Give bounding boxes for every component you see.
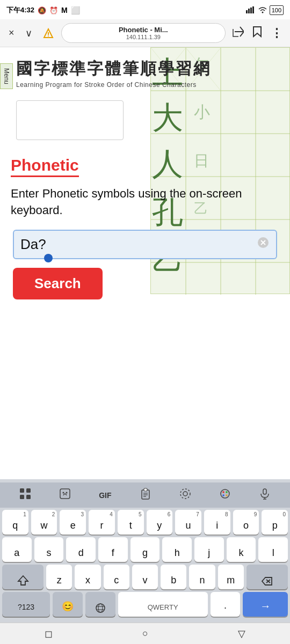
keyboard-gif-button[interactable]: GIF: [95, 489, 115, 502]
key-b[interactable]: b: [161, 565, 186, 589]
svg-rect-1: [248, 9, 250, 13]
svg-point-49: [96, 604, 105, 612]
svg-rect-2: [250, 8, 252, 13]
status-time: 下午4:32 🔕 ⏰ M ⬜: [6, 5, 80, 15]
key-v[interactable]: v: [132, 565, 158, 589]
svg-rect-5: [48, 32, 49, 35]
browser-url-bar[interactable]: Phonetic - Mi... 140.111.1.39: [61, 23, 226, 43]
svg-rect-3: [252, 6, 254, 13]
svg-point-38: [221, 489, 229, 498]
key-r[interactable]: r4: [89, 510, 115, 535]
key-z[interactable]: z: [46, 565, 72, 589]
phonetic-description: Enter Phonetic symbols using the on-scre…: [11, 186, 279, 219]
phonetic-input-field[interactable]: [20, 236, 257, 253]
key-f[interactable]: f: [98, 537, 128, 562]
key-i[interactable]: i8: [204, 510, 230, 535]
svg-point-36: [183, 492, 187, 496]
instagram-icon: ⬜: [71, 6, 80, 14]
keyboard-row-3: z x c v b n m: [0, 565, 290, 589]
key-globe[interactable]: [85, 592, 115, 617]
key-a[interactable]: a: [2, 537, 32, 562]
mail-icon: M: [61, 6, 68, 14]
phonetic-clear-button[interactable]: [257, 236, 270, 252]
key-e[interactable]: e3: [60, 510, 86, 535]
nav-recent-button[interactable]: ▽: [229, 626, 254, 642]
search-button[interactable]: Search: [13, 268, 103, 299]
keyboard-apps-button[interactable]: [15, 486, 35, 504]
key-period[interactable]: .: [211, 592, 241, 617]
keyboard-row-4: ?123 😊 QWERTY . →: [0, 592, 290, 617]
keyboard-clipboard-button[interactable]: [135, 486, 156, 504]
site-title-en: Learning Program for Stroke Order of Chi…: [16, 81, 279, 89]
key-q[interactable]: q1: [2, 510, 28, 535]
browser-page-title: Phonetic - Mi...: [119, 26, 168, 34]
keyboard-mic-button[interactable]: [255, 486, 275, 504]
keyboard-row-1: q1 w2 e3 r4 t5 y6 u7 i8 o9 p0: [0, 510, 290, 535]
bg-char-2: 大: [152, 97, 183, 139]
svg-point-41: [222, 494, 224, 496]
browser-warning-button[interactable]: [40, 26, 57, 41]
key-o[interactable]: o9: [233, 510, 259, 535]
key-j[interactable]: j: [194, 537, 224, 562]
menu-tab[interactable]: Menu: [0, 63, 13, 89]
svg-rect-32: [144, 488, 147, 491]
phonetic-title: Phonetic: [11, 156, 79, 177]
keyboard-palette-button[interactable]: [215, 486, 235, 504]
menu-tab-label: Menu: [3, 68, 10, 84]
battery-icon: 100: [270, 5, 284, 15]
browser-share-button[interactable]: [230, 25, 246, 41]
key-enter[interactable]: →: [243, 592, 288, 617]
keyboard: GIF: [0, 479, 290, 623]
svg-point-30: [66, 492, 68, 494]
keyboard-settings-button[interactable]: [175, 486, 195, 504]
svg-point-37: [180, 489, 190, 499]
browser-forward-button[interactable]: ∨: [22, 25, 35, 41]
browser-action-buttons: ⋮: [230, 25, 285, 41]
key-shift[interactable]: [2, 565, 44, 589]
key-l[interactable]: l: [258, 537, 288, 562]
key-x[interactable]: x: [75, 565, 100, 589]
site-title-zh: 國字標準字體筆順學習網: [16, 58, 279, 80]
browser-bookmark-button[interactable]: [250, 25, 264, 41]
alarm-icon: ⏰: [49, 6, 58, 14]
svg-point-29: [63, 492, 64, 494]
bg-char-small-2: 小: [194, 101, 210, 123]
browser-menu-button[interactable]: ⋮: [269, 25, 285, 41]
nav-home-button[interactable]: ○: [134, 626, 157, 641]
phonetic-section: Phonetic Enter Phonetic symbols using th…: [0, 151, 290, 305]
svg-rect-0: [246, 10, 248, 13]
svg-point-39: [222, 491, 224, 493]
svg-point-42: [226, 494, 228, 496]
svg-marker-46: [18, 576, 28, 585]
key-emoji[interactable]: 😊: [53, 592, 83, 617]
keyboard-toolbar: GIF: [0, 482, 290, 508]
keyboard-sticker-button[interactable]: [55, 486, 75, 504]
key-w[interactable]: w2: [31, 510, 57, 535]
key-m[interactable]: m: [218, 565, 244, 589]
key-g[interactable]: g: [130, 537, 160, 562]
header-search-container: [16, 100, 124, 140]
key-d[interactable]: d: [66, 537, 96, 562]
browser-url: 140.111.1.39: [126, 34, 161, 40]
key-y[interactable]: y6: [147, 510, 173, 535]
key-c[interactable]: c: [104, 565, 129, 589]
site-header: 國字標準字體筆順學習網 Learning Program for Stroke …: [0, 47, 290, 94]
page-content: 上 大 人 孔 乙 午 小 日 乙 Menu 國字標準字體筆順學習網 Learn…: [0, 47, 290, 412]
svg-point-4: [262, 11, 263, 13]
svg-point-6: [48, 35, 49, 36]
header-search-input[interactable]: [38, 111, 143, 126]
svg-rect-26: [20, 495, 24, 499]
key-space[interactable]: QWERTY: [118, 592, 208, 617]
key-s[interactable]: s: [34, 537, 64, 562]
key-u[interactable]: u7: [175, 510, 201, 535]
key-n[interactable]: n: [189, 565, 215, 589]
key-p[interactable]: p0: [262, 510, 288, 535]
key-backspace[interactable]: [247, 565, 288, 589]
key-t[interactable]: t5: [118, 510, 144, 535]
key-numbers[interactable]: ?123: [2, 592, 50, 617]
notification-icon: 🔕: [38, 6, 46, 14]
browser-close-button[interactable]: ×: [5, 25, 18, 41]
key-h[interactable]: h: [162, 537, 192, 562]
key-k[interactable]: k: [227, 537, 256, 562]
nav-back-button[interactable]: ◻: [36, 626, 61, 642]
